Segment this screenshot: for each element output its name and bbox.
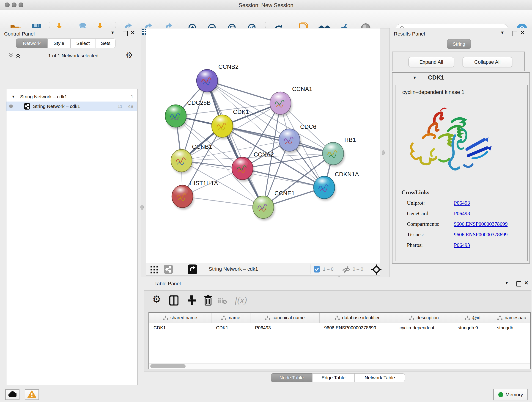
- network-edge[interactable]: [207, 81, 263, 207]
- network-node-CCNB2[interactable]: [196, 70, 219, 94]
- function-builder-icon: f(x): [235, 295, 247, 305]
- network-node-CDKN1A[interactable]: [314, 176, 336, 201]
- collapse-all-networks-icon[interactable]: [15, 52, 21, 59]
- selected-checkbox-icon[interactable]: [314, 266, 320, 274]
- network-node-RB1[interactable]: [323, 142, 345, 167]
- float-panel-icon[interactable]: [123, 31, 128, 36]
- bar-separator: [310, 264, 310, 274]
- crosslink-row: Tissues:9606.ENSP00000378699: [407, 230, 524, 240]
- delete-column-icon[interactable]: [204, 295, 212, 306]
- tab-node-table[interactable]: Node Table: [271, 373, 312, 382]
- column-header-description[interactable]: description: [395, 313, 453, 323]
- table-cell[interactable]: CDK1: [149, 323, 211, 332]
- tab-string[interactable]: String: [447, 39, 471, 49]
- table-row[interactable]: CDK1CDK1P064939606.ENSP00000378699cyclin…: [149, 323, 530, 332]
- tab-edge-table[interactable]: Edge Table: [312, 373, 355, 382]
- crosslink-value-link[interactable]: P06493: [454, 200, 470, 206]
- string-network-graph[interactable]: CCNB2CCNA1CDC25BCDK1CDC6RB1CCNB1CCNA2CDK…: [146, 28, 380, 263]
- tree-expand-triangle-icon[interactable]: ▼: [12, 95, 15, 99]
- float-panel-icon[interactable]: [513, 31, 517, 36]
- cloud-icon: [8, 391, 17, 398]
- close-panel-icon[interactable]: ✕: [520, 30, 525, 35]
- node-count: 11: [118, 104, 123, 109]
- right-splitter-handle[interactable]: [382, 150, 385, 155]
- table-cell[interactable]: stringdb:9...: [453, 323, 492, 332]
- results-panel-title: Results Panel: [394, 31, 425, 37]
- crosslink-value-link[interactable]: P06493: [454, 211, 470, 217]
- crosslink-value-link[interactable]: 9606.ENSP00000378699: [454, 221, 508, 227]
- column-type-icon: [409, 316, 414, 320]
- tab-select[interactable]: Select: [70, 38, 96, 48]
- tab-network-table[interactable]: Network Table: [355, 373, 405, 382]
- column-header-namespac[interactable]: namespac: [492, 313, 531, 323]
- column-header-shared-name[interactable]: shared name: [149, 313, 211, 323]
- column-header-name[interactable]: name: [211, 313, 250, 323]
- collapse-panel-icon[interactable]: ▾: [111, 30, 114, 35]
- network-collection-row[interactable]: ▼ String Network – cdk1 1: [7, 92, 138, 102]
- scrollbar-thumb[interactable]: [150, 364, 186, 368]
- network-node-CDC25B[interactable]: [165, 105, 187, 129]
- collapse-panel-icon[interactable]: ▾: [501, 30, 504, 35]
- network-label: String Network – cdk1: [33, 104, 80, 109]
- column-header-database-identifier[interactable]: database identifier: [320, 313, 395, 323]
- table-cell[interactable]: cyclin-dependent ...: [395, 323, 453, 332]
- close-panel-icon[interactable]: ✕: [131, 30, 135, 35]
- table-horizontal-scrollbar[interactable]: [149, 363, 530, 369]
- hidden-nodes-edges-count: 0 – 0: [353, 266, 363, 272]
- crosslink-value-link[interactable]: P06493: [454, 242, 470, 248]
- column-header--id[interactable]: @id: [453, 313, 492, 323]
- network-node-HIST1H1A[interactable]: [172, 185, 194, 210]
- column-type-icon: [265, 316, 270, 320]
- float-panel-icon[interactable]: [516, 281, 521, 287]
- crosslink-label: Uniprot:: [407, 200, 454, 206]
- expand-all-button[interactable]: Expand All: [409, 57, 454, 67]
- delete-table-icon: [218, 297, 227, 306]
- network-options-gear-icon[interactable]: ⚙: [126, 51, 133, 59]
- grid-view-icon[interactable]: [151, 266, 158, 274]
- column-header-canonical-name[interactable]: canonical name: [250, 313, 320, 323]
- tab-sets[interactable]: Sets: [96, 38, 115, 48]
- network-node-CCNA1[interactable]: [270, 92, 292, 116]
- table-cell[interactable]: CDK1: [211, 323, 250, 332]
- network-view-canvas[interactable]: CCNB2CCNA1CDC25BCDK1CDC6RB1CCNB1CCNA2CDK…: [146, 28, 380, 263]
- left-splitter-handle[interactable]: [140, 205, 144, 210]
- tab-style[interactable]: Style: [47, 38, 70, 48]
- network-row-selected[interactable]: String Network – cdk1 11 48: [6, 102, 137, 111]
- table-cell[interactable]: P06493: [250, 323, 320, 332]
- crosslink-value-link[interactable]: 9606.ENSP00000378699: [454, 232, 508, 238]
- memory-button[interactable]: Memory: [493, 389, 528, 400]
- open-view-icon[interactable]: [188, 264, 197, 275]
- network-share-icon[interactable]: [164, 265, 173, 275]
- column-type-icon: [163, 316, 168, 320]
- network-selected-status: 1 of 1 Network selected: [27, 53, 119, 58]
- collapse-all-button[interactable]: Collapse All: [462, 57, 512, 67]
- status-bar: Memory: [0, 385, 532, 402]
- table-panel: Table Panel ▾ ✕ ⚙ f(x) shared namenameca…: [141, 277, 532, 385]
- add-column-icon[interactable]: [187, 295, 196, 306]
- warning-icon: [27, 390, 36, 399]
- table-cell[interactable]: 9606.ENSP00000378699: [320, 323, 395, 332]
- network-tree: ▼ String Network – cdk1 1 String Network…: [6, 89, 138, 402]
- network-view-title: String Network – cdk1: [209, 266, 258, 272]
- warning-status-button[interactable]: [25, 389, 39, 400]
- gene-collapse-triangle-icon[interactable]: ▼: [413, 75, 417, 80]
- close-panel-icon[interactable]: ✕: [524, 281, 528, 286]
- column-type-icon: [465, 316, 470, 320]
- column-type-icon: [497, 316, 502, 320]
- network-view-toolbar: String Network – cdk1 1 – 0 0 – 0: [146, 263, 380, 275]
- table-gear-icon[interactable]: ⚙: [152, 294, 161, 304]
- crosslinks-list: Uniprot:P06493GeneCard:P06493Compartment…: [407, 198, 524, 250]
- network-node-CDC6[interactable]: [279, 129, 301, 153]
- table-cell[interactable]: stringdb: [492, 323, 531, 332]
- network-node-CCNE1[interactable]: [253, 196, 275, 220]
- network-edge[interactable]: [222, 126, 333, 153]
- show-columns-icon[interactable]: [169, 295, 178, 306]
- network-edge[interactable]: [182, 196, 263, 207]
- expand-all-networks-icon[interactable]: [8, 52, 14, 59]
- column-type-icon: [221, 316, 226, 320]
- collapse-panel-icon[interactable]: ▾: [505, 280, 508, 285]
- tab-network[interactable]: Network: [16, 38, 47, 48]
- cloud-status-button[interactable]: [5, 389, 19, 400]
- crosshair-icon[interactable]: [371, 264, 381, 275]
- network-node-CDK1[interactable]: [212, 115, 234, 139]
